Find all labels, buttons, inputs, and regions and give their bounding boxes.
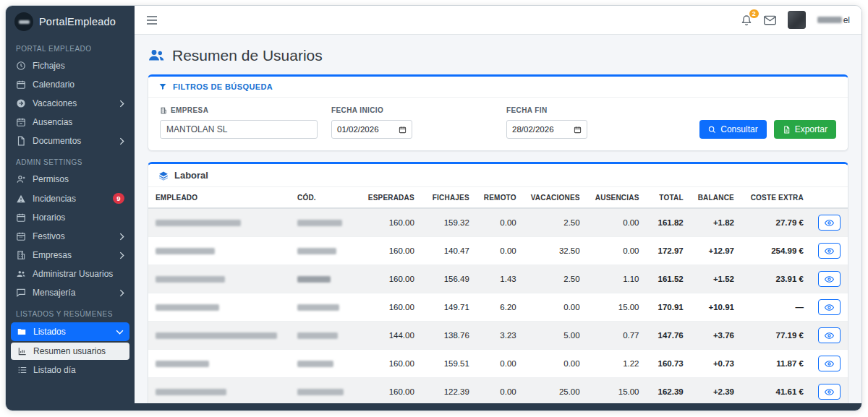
chevron-right-icon <box>119 289 124 297</box>
chevron-down-icon <box>116 330 124 335</box>
cell-vacaciones: 2.50 <box>524 208 587 237</box>
brand[interactable]: PortalEmpleado <box>6 6 135 37</box>
sidebar-item-empresas[interactable]: Empresas <box>6 246 135 265</box>
table-row: 160.00 140.47 0.00 32.50 0.00 172.97 +12… <box>148 237 848 265</box>
vacations-icon <box>16 98 26 108</box>
fecha-inicio-input[interactable]: 01/02/2026 <box>331 120 412 139</box>
sidebar-item-administrar-usuarios[interactable]: Administrar Usuarios <box>6 265 135 283</box>
employee-code-redacted <box>297 220 342 226</box>
sidebar-item-mensajeria[interactable]: Mensajería <box>6 283 135 302</box>
cell-remoto: 1.43 <box>477 265 524 293</box>
sidebar-item-listado-dia[interactable]: Listado día <box>11 361 129 379</box>
user-name-suffix: el <box>843 15 850 25</box>
view-detail-button[interactable] <box>818 327 841 343</box>
sidebar-item-incidencias[interactable]: Incidencias 9 <box>6 189 135 208</box>
laboral-card-header[interactable]: Laboral <box>148 164 848 187</box>
sidebar-item-documentos[interactable]: Documentos <box>6 132 135 150</box>
eye-icon <box>825 303 834 312</box>
cell-balance: +2.39 <box>691 378 741 404</box>
view-detail-button[interactable] <box>818 384 841 400</box>
sidebar-item-vacaciones[interactable]: Vacaciones <box>6 94 135 113</box>
sidebar-item-ausencias[interactable]: Ausencias <box>6 113 135 132</box>
holiday-calendar-icon <box>16 231 26 241</box>
exportar-button[interactable]: Exportar <box>774 120 836 139</box>
cell-vacaciones: 0.00 <box>524 293 587 322</box>
col-header-empleado: EMPLEADO <box>148 187 290 208</box>
table-row: 144.00 138.76 3.23 5.00 0.77 147.76 +3.7… <box>148 322 848 350</box>
col-header-coste-extra: COSTE EXTRA <box>741 187 811 208</box>
employee-code-redacted <box>297 332 338 339</box>
user-avatar[interactable] <box>788 11 806 29</box>
sidebar-item-calendario[interactable]: Calendario <box>6 75 135 94</box>
cell-coste-extra: 23.91 € <box>741 265 811 293</box>
cell-ausencias: 15.00 <box>587 293 647 322</box>
table-row: 160.00 156.49 1.43 2.50 1.10 161.52 +1.5… <box>148 265 848 293</box>
building-small-icon <box>160 107 167 114</box>
consultar-button[interactable]: Consultar <box>699 120 766 139</box>
empresa-input[interactable] <box>160 120 318 139</box>
sidebar-item-fichajes[interactable]: Fichajes <box>6 56 135 75</box>
page-title-text: Resumen de Usuarios <box>172 47 323 64</box>
sidebar-item-label: Ausencias <box>33 117 72 127</box>
col-header-cod: CÓD. <box>290 187 361 208</box>
sidebar-item-resumen-usuarios[interactable]: Resumen usuarios <box>11 343 129 360</box>
sidebar-item-label: Listado día <box>33 365 76 375</box>
cell-remoto: 6.20 <box>477 293 524 322</box>
filters-card: FILTROS DE BÚSQUEDA EMPRESA FECHA INICIO <box>148 74 848 151</box>
page-content: Resumen de Usuarios FILTROS DE BÚSQUEDA … <box>135 35 861 403</box>
sidebar-section-listados: LISTADOS Y RESÚMENES <box>6 302 135 322</box>
sidebar-item-label: Incidencias <box>33 194 76 204</box>
view-detail-button[interactable] <box>818 215 841 231</box>
sidebar-item-listados[interactable]: Listados <box>11 322 129 341</box>
sidebar-section-portal-empleado: PORTAL EMPLEADO <box>6 37 135 56</box>
main-area: 2 el Resumen de Usuarios <box>135 6 861 403</box>
messages-button[interactable] <box>764 15 776 25</box>
cell-coste-extra: 254.99 € <box>741 237 811 265</box>
sidebar-item-label: Calendario <box>33 79 75 90</box>
cell-remoto: 0.00 <box>477 208 524 237</box>
users-group-icon <box>16 269 26 279</box>
sidebar-item-festivos[interactable]: Festivos <box>6 227 135 246</box>
col-header-actions <box>811 187 848 208</box>
notifications-bell-button[interactable]: 2 <box>741 14 752 26</box>
employee-code-redacted <box>297 389 344 395</box>
view-detail-button[interactable] <box>818 356 841 371</box>
fecha-inicio-label: FECHA INICIO <box>331 106 383 114</box>
col-header-vacaciones: VACACIONES <box>524 187 587 208</box>
cell-ausencias: 0.77 <box>587 322 647 350</box>
fecha-fin-label: FECHA FIN <box>506 106 548 114</box>
footer-strip <box>6 403 861 410</box>
cell-total: 172.97 <box>647 237 691 265</box>
cell-fichajes: 149.71 <box>422 293 477 322</box>
cell-total: 170.91 <box>647 293 691 322</box>
cell-vacaciones: 25.00 <box>524 378 587 404</box>
cell-total: 147.76 <box>647 322 691 350</box>
view-detail-button[interactable] <box>818 271 841 287</box>
consultar-label: Consultar <box>720 124 757 134</box>
col-header-ausencias: AUSENCIAS <box>587 187 647 208</box>
laboral-table: EMPLEADO CÓD. ESPERADAS FICHAJES REMOTO … <box>148 187 848 403</box>
sidebar-item-permisos[interactable]: Permisos <box>6 170 135 189</box>
sidebar-item-horarios[interactable]: Horarios <box>6 208 135 227</box>
sidebar-item-label: Documentos <box>33 136 81 146</box>
view-detail-button[interactable] <box>818 299 841 315</box>
cell-balance: +1.52 <box>691 265 741 293</box>
eye-icon <box>825 246 834 256</box>
cell-balance: +10.91 <box>691 293 741 322</box>
cell-coste-extra: 27.79 € <box>741 208 811 237</box>
user-menu[interactable]: el <box>817 15 850 25</box>
schedule-calendar-icon <box>16 212 26 223</box>
export-file-icon <box>783 126 791 134</box>
page-title: Resumen de Usuarios <box>148 47 848 64</box>
table-row: 160.00 122.39 0.00 25.00 15.00 162.39 +2… <box>148 378 848 404</box>
filters-card-header[interactable]: FILTROS DE BÚSQUEDA <box>148 77 848 98</box>
cell-balance: +1.82 <box>691 208 741 237</box>
eye-icon <box>825 387 834 397</box>
sidebar-toggle-button[interactable] <box>146 15 158 25</box>
fecha-fin-input[interactable]: 28/02/2026 <box>506 120 587 139</box>
filters-title: FILTROS DE BÚSQUEDA <box>173 82 273 91</box>
cell-esperadas: 160.00 <box>361 378 422 404</box>
view-detail-button[interactable] <box>818 243 841 259</box>
absence-calendar-icon <box>16 117 26 127</box>
cell-fichajes: 140.47 <box>422 237 477 265</box>
